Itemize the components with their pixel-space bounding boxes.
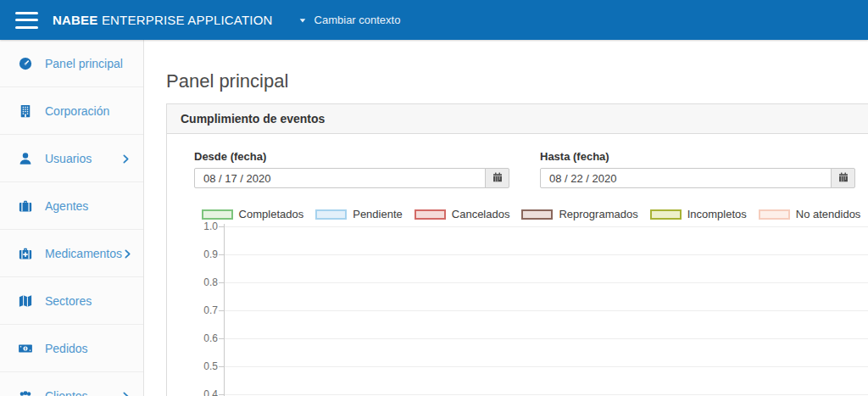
sidebar-item-clientes[interactable]: Clientes	[0, 372, 143, 396]
y-tick-mark	[219, 226, 224, 227]
legend-label: Incompletos	[687, 208, 747, 220]
page-title: Panel principal	[166, 70, 868, 92]
gridline	[225, 282, 868, 283]
users-icon	[17, 388, 34, 396]
legend-swatch	[759, 209, 790, 220]
legend-item[interactable]: Reprogramados	[521, 208, 637, 220]
briefcase-icon	[17, 198, 34, 214]
legend-swatch	[415, 209, 446, 220]
y-tick-mark	[219, 254, 224, 255]
legend-swatch	[650, 209, 682, 220]
map-icon	[17, 293, 34, 309]
y-tick-mark	[219, 394, 224, 395]
y-tick-mark	[219, 338, 224, 339]
y-tick-label: 0.9	[194, 248, 218, 260]
legend-swatch	[202, 209, 233, 220]
sidebar-item-panel-principal[interactable]: Panel principal	[0, 40, 143, 87]
chevron-right-icon	[120, 390, 131, 396]
legend-label: No atendidos	[796, 208, 861, 220]
sidebar-item-label: Pedidos	[45, 342, 131, 355]
app-brand: NABEE ENTERPRISE APPLICATION	[53, 13, 273, 27]
y-tick-mark	[219, 310, 224, 311]
sidebar-item-usuarios[interactable]: Usuarios	[0, 135, 143, 182]
legend-label: Completados	[239, 208, 304, 220]
events-chart: 1.00.90.80.70.60.50.4	[194, 226, 868, 396]
change-context-label: Cambiar contexto	[314, 14, 401, 26]
gridline	[225, 310, 868, 311]
y-tick-label: 0.4	[194, 388, 218, 396]
sidebar-item-agentes[interactable]: Agentes	[0, 182, 143, 230]
events-card: Cumplimiento de eventos Desde (fecha) Ha…	[166, 103, 868, 396]
date-from-group	[194, 168, 509, 188]
chevron-right-icon	[122, 248, 133, 259]
legend-label: Cancelados	[452, 208, 510, 220]
sidebar-item-medicamentos[interactable]: Medicamentos	[0, 230, 143, 277]
gridline	[225, 366, 868, 367]
sidebar-item-label: Sectores	[45, 294, 131, 308]
date-to-input[interactable]	[540, 168, 832, 188]
legend-item[interactable]: Completados	[202, 208, 304, 220]
brand-bold: NABEE	[53, 13, 98, 27]
medkit-icon	[17, 246, 34, 261]
date-from-filter: Desde (fecha)	[194, 150, 509, 188]
main-content: Panel principal Cumplimiento de eventos …	[144, 40, 868, 396]
date-to-label: Hasta (fecha)	[540, 150, 855, 163]
sidebar-item-label: Corporación	[45, 104, 131, 118]
user-icon	[17, 151, 34, 166]
legend-label: Reprogramados	[559, 208, 637, 220]
sidebar-item-corporacion[interactable]: Corporación	[0, 87, 143, 135]
calendar-icon	[837, 171, 849, 186]
legend-item[interactable]: Cancelados	[415, 208, 510, 220]
sidebar-item-label: Medicamentos	[45, 247, 122, 260]
date-filters: Desde (fecha) Hasta (fecha)	[194, 150, 868, 188]
sidebar-nav: Panel principalCorporaciónUsuariosAgente…	[0, 40, 143, 396]
y-tick-label: 0.6	[194, 332, 218, 344]
card-body: Desde (fecha) Hasta (fecha)	[167, 134, 868, 396]
sidebar-item-label: Agentes	[45, 199, 131, 213]
gridline	[225, 226, 868, 227]
chevron-right-icon	[120, 153, 131, 164]
y-tick-mark	[219, 366, 224, 367]
y-tick-label: 1.0	[194, 220, 218, 232]
sidebar-item-label: Usuarios	[45, 152, 120, 165]
legend-item[interactable]: No atendidos	[759, 208, 861, 220]
y-tick-mark	[219, 282, 224, 283]
gridline	[225, 254, 868, 255]
sidebar-item-label: Panel principal	[45, 57, 131, 70]
date-to-calendar-button[interactable]	[831, 168, 855, 188]
date-to-group	[540, 168, 855, 188]
brand-rest: ENTERPRISE APPLICATION	[98, 13, 273, 27]
caret-down-icon	[298, 16, 307, 25]
date-from-input[interactable]	[194, 168, 486, 188]
date-from-label: Desde (fecha)	[194, 150, 509, 163]
top-navbar: NABEE ENTERPRISE APPLICATION Cambiar con…	[0, 0, 868, 40]
menu-icon[interactable]	[15, 12, 38, 29]
gauge-icon	[17, 56, 34, 71]
sidebar: Panel principalCorporaciónUsuariosAgente…	[0, 40, 144, 396]
gridline	[225, 394, 868, 395]
date-from-calendar-button[interactable]	[485, 168, 509, 188]
sidebar-item-sectores[interactable]: Sectores	[0, 277, 143, 325]
legend-item[interactable]: Incompletos	[650, 208, 747, 220]
money-bill-icon	[17, 341, 34, 356]
calendar-icon	[492, 171, 504, 186]
sidebar-item-label: Clientes	[45, 389, 120, 396]
change-context-button[interactable]: Cambiar contexto	[298, 14, 401, 26]
y-tick-label: 0.7	[194, 304, 218, 316]
gridline	[225, 338, 868, 339]
legend-item[interactable]: Pendiente	[315, 208, 403, 220]
y-tick-label: 0.8	[194, 276, 218, 288]
legend-label: Pendiente	[353, 208, 403, 220]
building-icon	[17, 103, 34, 119]
date-to-filter: Hasta (fecha)	[540, 150, 855, 188]
card-title: Cumplimiento de eventos	[167, 104, 868, 134]
y-tick-label: 0.5	[194, 360, 218, 372]
chart-legend: CompletadosPendienteCanceladosReprograma…	[194, 208, 868, 220]
sidebar-item-pedidos[interactable]: Pedidos	[0, 325, 143, 372]
legend-swatch	[315, 209, 347, 220]
legend-swatch	[521, 209, 553, 220]
